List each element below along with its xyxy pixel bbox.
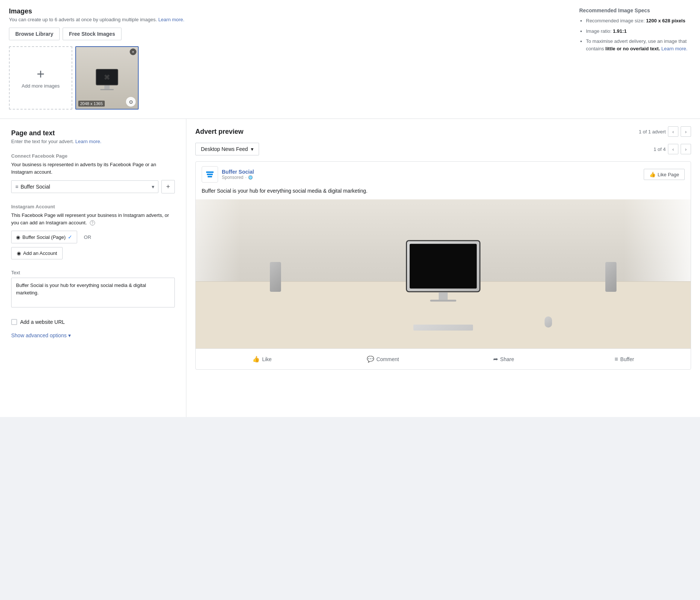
buffer-action[interactable]: ≡ Buffer	[564, 353, 685, 366]
connect-fb-section: Connect Facebook Page Your business is r…	[11, 153, 175, 193]
ad-sponsored: Sponsored · 🌐	[222, 175, 254, 180]
text-section: Text Buffer Social is your hub for every…	[11, 270, 175, 309]
specs-item-text: To maximise advert delivery, use an imag…	[586, 38, 691, 52]
image-grid: + Add more images ⌘	[9, 46, 564, 110]
comment-action[interactable]: 💬 Comment	[322, 353, 443, 366]
chevron-down-icon: ▾	[251, 146, 253, 152]
ad-page-name[interactable]: Buffer Social	[222, 169, 254, 175]
check-icon: ✓	[68, 234, 72, 240]
chevron-down-icon: ▾	[68, 332, 71, 338]
buffer-icon: ≡	[615, 356, 618, 363]
text-textarea[interactable]: Buffer Social is your hub for everything…	[11, 278, 175, 307]
text-label: Text	[11, 270, 175, 275]
image-button-row: Browse Library Free Stock Images	[9, 28, 564, 40]
like-action[interactable]: 👍 Like	[202, 353, 322, 366]
prev-icon: ‹	[672, 129, 674, 135]
ad-body-text: Buffer Social is your hub for everything…	[196, 187, 691, 199]
thumbs-up-icon: 👍	[649, 171, 656, 177]
page-wrapper: Images You can create up to 6 adverts at…	[0, 0, 700, 417]
add-url-row[interactable]: Add a website URL	[11, 319, 175, 325]
feed-dropdown[interactable]: Desktop News Feed ▾	[195, 143, 259, 155]
info-icon[interactable]: ?	[90, 220, 95, 225]
speaker-left	[270, 262, 281, 292]
instagram-icon: ◉	[16, 234, 20, 240]
comment-icon: 💬	[367, 356, 374, 363]
page-dropdown[interactable]: ≡ Buffer Social ▾	[11, 180, 158, 193]
ad-card: Buffer Social Sponsored · 🌐 👍 Like Page	[195, 161, 691, 370]
prev-advert-button[interactable]: ‹	[668, 126, 678, 137]
prev-icon: ‹	[672, 146, 674, 152]
next-icon: ›	[685, 146, 687, 152]
image-specs-panel: Recommended Image Specs Recommended imag…	[564, 7, 691, 110]
left-panel: Page and text Enter the text for your ad…	[0, 119, 186, 417]
image-dimensions: 2048 x 1365	[78, 101, 105, 107]
images-learn-more-link[interactable]: Learn more.	[158, 17, 185, 22]
add-account-button[interactable]: ◉ Add an Account	[11, 247, 63, 259]
image-thumbnail[interactable]: ⌘ 2048 x 1365 × ⊙	[75, 46, 139, 110]
preview-toolbar: Desktop News Feed ▾ 1 of 4 ‹ ›	[195, 143, 691, 155]
speaker-right	[605, 262, 617, 292]
ad-profile: Buffer Social Sponsored · 🌐	[202, 166, 254, 183]
monitor	[406, 240, 480, 301]
ad-logo	[202, 166, 218, 183]
page-dropdown-row: ≡ Buffer Social ▾ +	[11, 180, 175, 193]
instagram-section: Instagram Account This Facebook Page wil…	[11, 204, 175, 259]
next-icon: ›	[685, 129, 687, 135]
remove-image-button[interactable]: ×	[130, 48, 136, 55]
images-left: Images You can create up to 6 adverts at…	[9, 7, 564, 110]
images-title: Images	[9, 7, 564, 15]
ad-name-block: Buffer Social Sponsored · 🌐	[222, 169, 254, 180]
ad-image	[196, 199, 691, 348]
instagram-desc: This Facebook Page will represent your b…	[11, 212, 175, 226]
bottom-section: Page and text Enter the text for your ad…	[0, 119, 700, 417]
panel-title: Page and text	[11, 129, 175, 137]
add-more-images-box[interactable]: + Add more images	[9, 46, 72, 110]
ad-card-header: Buffer Social Sponsored · 🌐 👍 Like Page	[196, 162, 691, 187]
right-panel: Advert preview 1 of 1 advert ‹ › Desktop…	[186, 119, 700, 417]
add-page-button[interactable]: +	[161, 180, 175, 193]
images-subtitle: You can create up to 6 adverts at once b…	[9, 17, 564, 22]
specs-item-ratio: Image ratio: 1.91:1	[586, 28, 691, 35]
next-advert-button[interactable]: ›	[681, 126, 691, 137]
user-icon: ≡	[15, 184, 18, 190]
free-stock-images-button[interactable]: Free Stock Images	[63, 28, 122, 40]
preview-count: 1 of 1 advert ‹ ›	[639, 126, 691, 137]
specs-learn-more-link[interactable]: Learn more.	[661, 46, 687, 51]
preview-title: Advert preview	[195, 128, 243, 136]
specs-item-size: Recommended image size: 1200 x 628 pixel…	[586, 17, 691, 25]
like-page-button[interactable]: 👍 Like Page	[644, 169, 685, 180]
desk-scene	[196, 199, 691, 348]
add-more-label: Add more images	[22, 83, 60, 89]
instagram-page-button[interactable]: ◉ Buffer Social (Page) ✓	[11, 231, 77, 243]
crop-image-button[interactable]: ⊙	[126, 97, 136, 107]
instagram-title: Instagram Account	[11, 204, 175, 209]
like-icon: 👍	[252, 356, 260, 363]
specs-list: Recommended image size: 1200 x 628 pixel…	[579, 17, 691, 52]
feed-count: 1 of 4 ‹ ›	[653, 144, 691, 154]
add-url-label: Add a website URL	[20, 319, 65, 325]
show-advanced-link[interactable]: Show advanced options ▾	[11, 332, 71, 338]
mouse	[545, 316, 552, 328]
preview-header: Advert preview 1 of 1 advert ‹ ›	[195, 126, 691, 137]
panel-learn-more-link[interactable]: Learn more.	[75, 139, 101, 144]
share-action[interactable]: ➦ Share	[443, 353, 564, 366]
panel-subtitle: Enter the text for your advert. Learn mo…	[11, 139, 175, 144]
ad-footer: 👍 Like 💬 Comment ➦ Share ≡ Buffer	[196, 348, 691, 369]
next-feed-button[interactable]: ›	[681, 144, 691, 154]
keyboard	[413, 325, 473, 331]
connect-fb-title: Connect Facebook Page	[11, 153, 175, 159]
instagram-add-icon: ◉	[17, 250, 21, 256]
browse-library-button[interactable]: Browse Library	[9, 28, 60, 40]
instagram-account-row: ◉ Buffer Social (Page) ✓ OR	[11, 231, 175, 243]
buffer-logo	[206, 171, 214, 177]
images-section: Images You can create up to 6 adverts at…	[0, 0, 700, 119]
connect-fb-desc: Your business is represented in adverts …	[11, 161, 175, 176]
add-url-checkbox[interactable]	[11, 319, 17, 325]
or-text: OR	[84, 234, 91, 240]
chevron-down-icon: ▾	[152, 184, 154, 190]
prev-feed-button[interactable]: ‹	[668, 144, 678, 154]
globe-icon: 🌐	[248, 175, 253, 180]
add-icon: +	[37, 67, 44, 81]
share-icon: ➦	[493, 356, 498, 363]
specs-title: Recommended Image Specs	[579, 7, 691, 13]
